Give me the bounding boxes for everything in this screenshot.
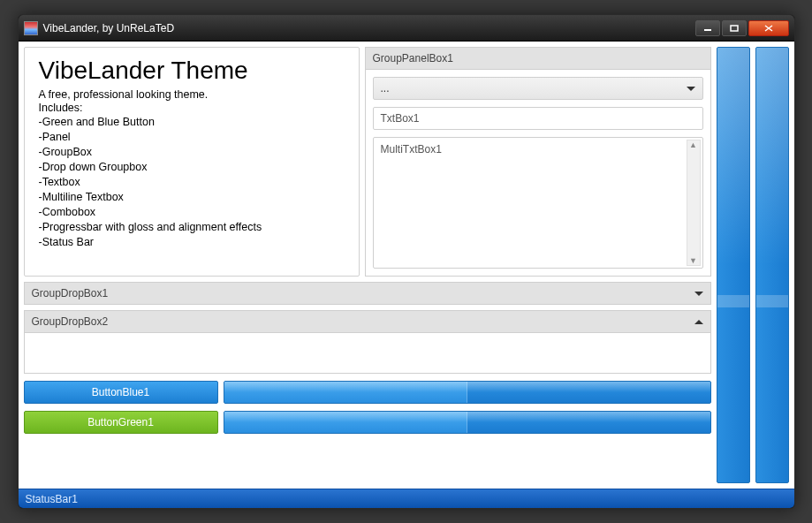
group-drop-box-2-title: GroupDropBox2 bbox=[32, 315, 109, 328]
progressbar-gloss bbox=[224, 412, 710, 422]
group-drop-box-1-header[interactable]: GroupDropBox1 bbox=[24, 282, 711, 305]
list-item: -Green and Blue Button bbox=[39, 115, 345, 130]
group-drop-box-2-header[interactable]: GroupDropBox2 bbox=[24, 310, 711, 333]
window-title: VibeLander, by UnReLaTeD bbox=[43, 22, 694, 34]
list-item: -Combobox bbox=[39, 205, 345, 220]
green-button-label: ButtonGreen1 bbox=[87, 416, 154, 428]
blue-button-label: ButtonBlue1 bbox=[92, 386, 149, 398]
group-drop-box-1-title: GroupDropBox1 bbox=[32, 287, 109, 299]
multiline-textbox-value: MultiTxtBox1 bbox=[381, 143, 442, 155]
green-button[interactable]: ButtonGreen1 bbox=[24, 411, 218, 434]
list-item: -GroupBox bbox=[39, 145, 345, 160]
vertical-progressbar-2 bbox=[755, 47, 789, 483]
group-drop-box-2-body bbox=[24, 333, 711, 374]
vertical-progressbar-1 bbox=[717, 47, 750, 483]
top-row: VibeLander Theme A free, professional lo… bbox=[24, 47, 711, 277]
combobox[interactable]: ... bbox=[373, 77, 703, 100]
list-item: -Textbox bbox=[39, 175, 345, 190]
titlebar[interactable]: VibeLander, by UnReLaTeD bbox=[19, 15, 794, 42]
main-area: VibeLander Theme A free, professional lo… bbox=[24, 47, 789, 483]
group-panel-header: GroupPanelBox1 bbox=[365, 47, 711, 70]
chevron-down-icon bbox=[687, 87, 695, 91]
buttons-row-2: ButtonGreen1 bbox=[24, 411, 711, 434]
list-item: -Drop down Groupbox bbox=[39, 160, 345, 175]
vertical-progressbar-2-marker bbox=[756, 295, 788, 307]
vertical-progressbar-1-marker bbox=[717, 295, 749, 307]
group-drop-box-1: GroupDropBox1 bbox=[24, 282, 711, 305]
maximize-icon bbox=[730, 25, 739, 32]
group-panel-title: GroupPanelBox1 bbox=[373, 52, 453, 64]
svg-rect-1 bbox=[731, 26, 738, 31]
client-area: VibeLander Theme A free, professional lo… bbox=[19, 42, 794, 489]
vertical-progressbars bbox=[717, 47, 789, 483]
scrollbar[interactable]: ▲ ▼ bbox=[687, 140, 701, 266]
svg-rect-0 bbox=[704, 29, 711, 31]
progressbar-1 bbox=[224, 381, 711, 404]
left-column: VibeLander Theme A free, professional lo… bbox=[24, 47, 711, 483]
textbox[interactable]: TxtBox1 bbox=[373, 107, 703, 130]
progressbar-gloss bbox=[224, 382, 710, 392]
theme-feature-list: -Green and Blue Button -Panel -GroupBox … bbox=[39, 115, 345, 250]
app-window: VibeLander, by UnReLaTeD VibeLander Them… bbox=[18, 14, 795, 509]
close-button[interactable] bbox=[748, 20, 789, 36]
list-item: -Multiline Textbox bbox=[39, 190, 345, 205]
list-item: -Status Bar bbox=[39, 235, 345, 250]
buttons-row-1: ButtonBlue1 bbox=[24, 381, 711, 404]
multiline-textbox[interactable]: MultiTxtBox1 ▲ ▼ bbox=[373, 137, 703, 269]
chevron-up-icon bbox=[694, 320, 703, 324]
status-bar-text: StatusBar1 bbox=[26, 493, 78, 505]
scroll-up-icon: ▲ bbox=[689, 140, 697, 149]
list-item: -Panel bbox=[39, 130, 345, 145]
group-panel-body: ... TxtBox1 MultiTxtBox1 ▲ ▼ bbox=[365, 70, 711, 277]
maximize-button[interactable] bbox=[722, 20, 747, 36]
list-item: -Progressbar with gloss and alignment ef… bbox=[39, 220, 345, 235]
group-drop-box-2: GroupDropBox2 bbox=[24, 310, 711, 374]
group-panel-box: GroupPanelBox1 ... TxtBox1 MultiTx bbox=[365, 47, 711, 277]
combobox-value: ... bbox=[381, 82, 390, 95]
close-icon bbox=[764, 25, 773, 32]
status-bar: StatusBar1 bbox=[19, 489, 794, 508]
scroll-down-icon: ▼ bbox=[689, 256, 697, 265]
chevron-down-icon bbox=[694, 292, 703, 296]
blue-button[interactable]: ButtonBlue1 bbox=[24, 381, 218, 404]
theme-includes-label: Includes: bbox=[39, 102, 345, 114]
theme-subtitle: A free, professional looking theme. bbox=[39, 88, 345, 101]
theme-info-panel: VibeLander Theme A free, professional lo… bbox=[24, 47, 360, 277]
progressbar-2 bbox=[224, 411, 711, 434]
app-icon bbox=[24, 21, 38, 35]
minimize-icon bbox=[703, 25, 712, 32]
textbox-value: TxtBox1 bbox=[381, 112, 420, 125]
minimize-button[interactable] bbox=[695, 20, 720, 36]
theme-heading: VibeLander Theme bbox=[39, 57, 345, 85]
